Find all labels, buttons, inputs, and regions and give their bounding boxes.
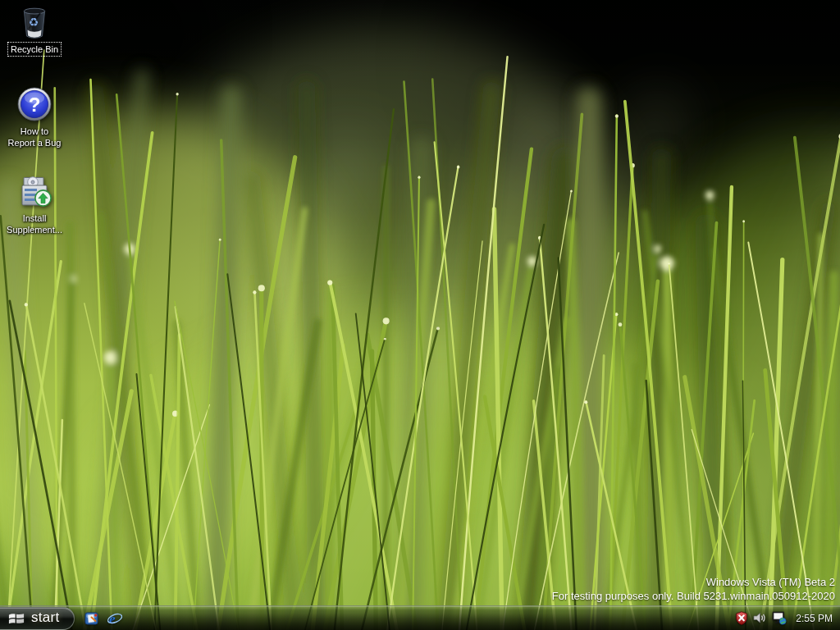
watermark-line1: Windows Vista (TM) Beta 2 — [552, 575, 835, 589]
volume-icon[interactable] — [753, 612, 767, 624]
svg-text:e: e — [109, 610, 116, 626]
desktop-icon-recycle-bin[interactable]: ♻ Recycle Bin — [0, 3, 69, 56]
help-question-icon: ? — [16, 85, 53, 123]
desktop-icon-how-to-report-a-bug[interactable]: ? How to Report a Bug — [0, 85, 69, 149]
windows-flag-icon — [7, 610, 25, 627]
installer-package-icon — [16, 172, 53, 210]
network-icon[interactable] — [772, 611, 787, 625]
security-shield-alert-icon[interactable] — [735, 611, 748, 625]
svg-text:?: ? — [29, 94, 41, 116]
desktop-icon-label[interactable]: Recycle Bin — [8, 43, 61, 56]
start-button[interactable]: start — [0, 607, 75, 630]
desktop-icon-label[interactable]: Install Supplement... — [4, 212, 65, 236]
start-button-label: start — [31, 609, 60, 626]
desktop-icon-install-supplement[interactable]: Install Supplement... — [0, 172, 69, 236]
recycle-bin-icon: ♻ — [16, 3, 53, 41]
desktop-icon-label[interactable]: How to Report a Bug — [6, 125, 64, 149]
taskbar: start e — [0, 605, 840, 630]
watermark-line2: For testing purposes only. Build 5231.wi… — [552, 589, 835, 603]
svg-text:♻: ♻ — [29, 16, 39, 29]
internet-explorer-icon[interactable]: e — [107, 610, 123, 627]
system-tray: 2:55 PM — [735, 611, 840, 625]
build-watermark: Windows Vista (TM) Beta 2 For testing pu… — [552, 575, 835, 603]
show-desktop-icon[interactable] — [84, 610, 100, 627]
desktop-wallpaper[interactable] — [0, 0, 840, 630]
quick-launch-bar: e — [84, 610, 123, 627]
taskbar-clock[interactable]: 2:55 PM — [796, 613, 833, 624]
